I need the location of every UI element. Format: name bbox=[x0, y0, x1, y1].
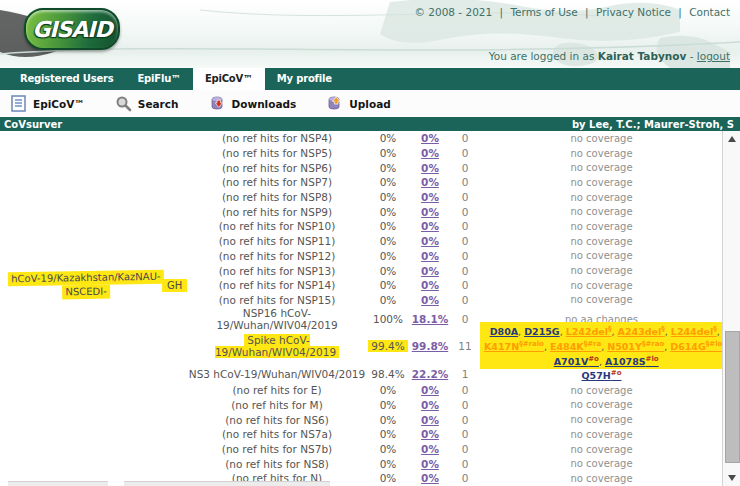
privacy-notice-link[interactable]: Privacy Notice bbox=[596, 6, 671, 18]
protein-name: (no ref hits for NSP11) bbox=[219, 235, 336, 247]
mutation-link[interactable]: Q57H#o bbox=[582, 370, 622, 381]
coverage-percent-cell: 0% bbox=[366, 235, 410, 247]
identity-percent-link[interactable]: 0% bbox=[421, 294, 439, 306]
scroll-up-button[interactable] bbox=[723, 131, 740, 147]
coverage-percent: 100% bbox=[373, 313, 403, 325]
identity-percent-link[interactable]: 0% bbox=[421, 132, 439, 144]
tab-registered-users[interactable]: Registered Users bbox=[8, 68, 125, 90]
mutation-link[interactable]: A1078S#lo bbox=[605, 356, 659, 367]
logout-link[interactable]: logout bbox=[697, 50, 730, 62]
mutation-line: K417N§#ralo,E484K§#ra,N501Y§#rao,D614G§#… bbox=[484, 338, 728, 353]
mutation-link[interactable]: N501Y§#rao bbox=[607, 341, 664, 352]
mutation-count: 0 bbox=[450, 191, 480, 203]
mutation-link[interactable]: D215G bbox=[524, 326, 560, 337]
identity-percent-link[interactable]: 0% bbox=[421, 428, 439, 440]
identity-percent-link[interactable]: 0% bbox=[421, 162, 439, 174]
mutation-link[interactable]: K417N§#ralo bbox=[484, 341, 544, 352]
table-row: (no ref hits for NSP6)0%0%0no coverage bbox=[0, 160, 723, 175]
coverage-percent: 0% bbox=[380, 250, 397, 262]
mutation-count: 11 bbox=[450, 340, 480, 352]
mutation-superscript: §#lo bbox=[706, 340, 723, 348]
toolbar-item-label: EpiCoV™ bbox=[33, 98, 85, 110]
mutation-link[interactable]: L244del§ bbox=[671, 326, 717, 337]
protein-name-cell: (no ref hits for NSP7) bbox=[188, 176, 366, 188]
identity-percent-link[interactable]: 0% bbox=[421, 220, 439, 232]
main-nav-tabs: Registered Users EpiFlu™ EpiCoV™ My prof… bbox=[0, 68, 740, 90]
coverage-percent-cell: 0% bbox=[366, 399, 410, 411]
comma: , bbox=[601, 341, 604, 352]
contact-link[interactable]: Contact bbox=[689, 6, 730, 18]
protein-name: (no ref hits for NS6) bbox=[225, 414, 329, 426]
identity-percent-link[interactable]: 99.8% bbox=[412, 340, 448, 352]
toolbar-item-upload[interactable]: Upload bbox=[326, 95, 390, 112]
protein-name: NS3 hCoV-19/Wuhan/WIV04/2019 bbox=[189, 368, 365, 380]
mutation-count: 0 bbox=[450, 176, 480, 188]
identity-percent-link[interactable]: 0% bbox=[421, 176, 439, 188]
table-row: (no ref hits for NSP5)0%0%0no coverage bbox=[0, 146, 723, 161]
tab-epiflu[interactable]: EpiFlu™ bbox=[125, 68, 192, 90]
mutations-cell: no coverage bbox=[480, 280, 723, 291]
mutation-text: D80A bbox=[490, 326, 518, 337]
coverage-percent: 0% bbox=[380, 384, 397, 396]
identity-percent-link[interactable]: 0% bbox=[421, 458, 439, 470]
identity-percent-link[interactable]: 0% bbox=[421, 279, 439, 291]
mutation-link[interactable]: D614G§#lo bbox=[670, 341, 722, 352]
identity-percent-link[interactable]: 0% bbox=[421, 235, 439, 247]
mutation-link[interactable]: A243del§ bbox=[618, 326, 665, 337]
gisaid-logo[interactable]: GISAID bbox=[24, 8, 120, 50]
vertical-scrollbar[interactable] bbox=[722, 131, 740, 486]
protein-name: (no ref hits for E) bbox=[232, 384, 321, 396]
protein-name-cell: (no ref hits for NSP4) bbox=[188, 132, 366, 144]
mutation-link[interactable]: D80A bbox=[490, 326, 518, 337]
identity-percent-cell: 0% bbox=[410, 176, 450, 188]
toolbar-item-search[interactable]: Search bbox=[115, 95, 179, 112]
identity-percent-link[interactable]: 0% bbox=[421, 399, 439, 411]
tab-my-profile[interactable]: My profile bbox=[265, 68, 344, 90]
terms-of-use-link[interactable]: Terms of Use bbox=[510, 6, 577, 18]
protein-name: (no ref hits for NSP7) bbox=[222, 176, 332, 188]
download-database-icon bbox=[209, 95, 226, 112]
protein-name: (no ref hits for NSP14) bbox=[219, 279, 336, 291]
cutoff-element-stub bbox=[8, 481, 108, 486]
identity-percent-link[interactable]: 0% bbox=[421, 250, 439, 262]
protein-name: (no ref hits for M) bbox=[231, 399, 323, 411]
coverage-percent-cell: 0% bbox=[366, 472, 410, 484]
chevron-down-icon bbox=[728, 475, 736, 481]
identity-percent-link[interactable]: 0% bbox=[421, 443, 439, 455]
mutation-count: 0 bbox=[450, 472, 480, 484]
mutation-link[interactable]: A701V#o bbox=[554, 356, 599, 367]
toolbar-item-epicov[interactable]: EpiCoV™ bbox=[10, 95, 85, 112]
table-row: (no ref hits for N)0%0%0no coverage bbox=[0, 471, 723, 486]
identity-percent-link[interactable]: 18.1% bbox=[412, 313, 448, 325]
identity-percent-link[interactable]: 0% bbox=[421, 472, 439, 484]
protein-name: NSP16 hCoV-19/Wuhan/WIV04/2019 bbox=[216, 307, 337, 331]
protein-name: (no ref hits for NSP12) bbox=[219, 250, 336, 262]
identity-percent-cell: 0% bbox=[410, 220, 450, 232]
mutation-list: Q57H#o bbox=[582, 367, 622, 382]
comma: , bbox=[665, 326, 668, 337]
mutation-link[interactable]: E484K§#ra bbox=[550, 341, 601, 352]
identity-percent-link[interactable]: 0% bbox=[421, 191, 439, 203]
identity-percent-link[interactable]: 0% bbox=[421, 147, 439, 159]
scroll-down-button[interactable] bbox=[723, 470, 740, 486]
mutations-cell: no coverage bbox=[480, 192, 723, 203]
identity-percent-cell: 0% bbox=[410, 279, 450, 291]
coverage-percent: 0% bbox=[380, 162, 397, 174]
identity-percent-link[interactable]: 22.2% bbox=[412, 368, 448, 380]
identity-percent-link[interactable]: 0% bbox=[421, 384, 439, 396]
protein-name-cell: (no ref hits for NSP6) bbox=[188, 162, 366, 174]
toolbar-item-downloads[interactable]: Downloads bbox=[209, 95, 297, 112]
mutation-count: 0 bbox=[450, 220, 480, 232]
identity-percent-link[interactable]: 0% bbox=[421, 206, 439, 218]
identity-percent-link[interactable]: 0% bbox=[421, 265, 439, 277]
separator: | bbox=[585, 6, 589, 18]
mutation-count: 0 bbox=[450, 313, 480, 325]
mutation-link[interactable]: L242del§ bbox=[566, 326, 612, 337]
covsurver-credit: by Lee, T.C.; Maurer-Stroh, S bbox=[572, 119, 734, 130]
mutation-count: 0 bbox=[450, 294, 480, 306]
coverage-percent: 0% bbox=[380, 279, 397, 291]
identity-percent-link[interactable]: 0% bbox=[421, 414, 439, 426]
scrollbar-thumb[interactable] bbox=[725, 331, 740, 463]
coverage-percent: 0% bbox=[380, 206, 397, 218]
tab-epicov[interactable]: EpiCoV™ bbox=[193, 68, 265, 90]
